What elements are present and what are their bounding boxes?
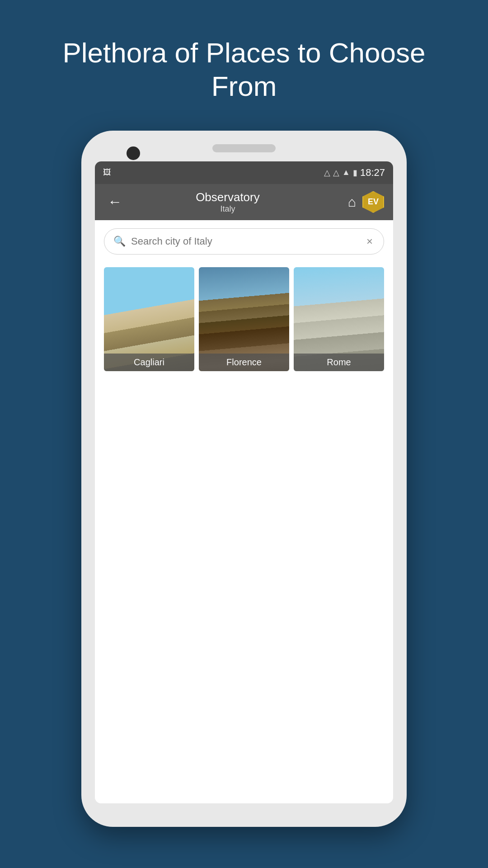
battery-icon: ▮ <box>353 168 357 178</box>
search-bar: 🔍 × <box>104 228 384 255</box>
status-time: 18:27 <box>360 167 385 179</box>
ev-label: EV <box>368 197 379 207</box>
rome-label: Rome <box>294 354 384 371</box>
phone-shell: 🖼 △ △ ▲ ▮ 18:27 ← Observatory Italy ⌂ EV <box>81 131 407 827</box>
ev-badge-button[interactable]: EV <box>362 191 384 213</box>
hero-title: Plethora of Places to Choose From <box>59 36 429 104</box>
phone-screen: 🖼 △ △ ▲ ▮ 18:27 ← Observatory Italy ⌂ EV <box>95 161 393 803</box>
city-card-cagliari[interactable]: Cagliari <box>104 267 194 371</box>
toolbar-subtitle: Italy <box>220 204 235 214</box>
search-container: 🔍 × <box>95 220 393 263</box>
home-button[interactable]: ⌂ <box>348 194 356 210</box>
city-card-florence[interactable]: Florence <box>199 267 289 371</box>
city-card-rome[interactable]: Rome <box>294 267 384 371</box>
status-left: 🖼 <box>103 168 111 177</box>
search-icon: 🔍 <box>113 236 126 247</box>
signal-filled-icon: ▲ <box>342 168 350 177</box>
photo-icon: 🖼 <box>103 168 111 177</box>
phone-top <box>86 135 402 161</box>
wifi-icon: △ <box>324 168 330 178</box>
status-right: △ △ ▲ ▮ 18:27 <box>324 167 385 179</box>
city-grid: Cagliari Florence Rome <box>95 263 393 380</box>
screen-fill <box>95 380 393 803</box>
clear-search-button[interactable]: × <box>365 233 375 250</box>
app-toolbar: ← Observatory Italy ⌂ EV <box>95 184 393 220</box>
toolbar-right: ⌂ EV <box>348 191 384 213</box>
florence-label: Florence <box>199 354 289 371</box>
status-bar: 🖼 △ △ ▲ ▮ 18:27 <box>95 161 393 184</box>
search-input[interactable] <box>131 236 365 247</box>
signal-triangle-icon: △ <box>333 168 339 178</box>
toolbar-title: Observatory <box>196 190 260 204</box>
earpiece-speaker <box>212 144 276 152</box>
front-camera <box>127 146 140 160</box>
cagliari-label: Cagliari <box>104 354 194 371</box>
toolbar-title-block: Observatory Italy <box>108 190 348 214</box>
